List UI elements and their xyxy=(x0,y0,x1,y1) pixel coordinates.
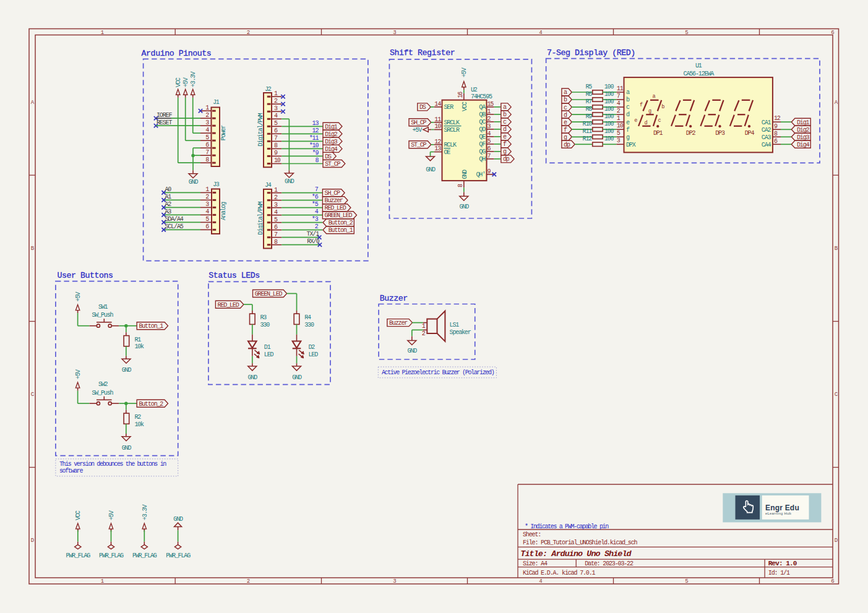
svg-text:100: 100 xyxy=(604,121,614,127)
svg-text:Buzzer: Buzzer xyxy=(389,320,408,327)
svg-text:Button_2: Button_2 xyxy=(329,220,353,226)
svg-text:*6: *6 xyxy=(312,194,319,200)
svg-text:D: D xyxy=(835,538,838,544)
svg-text:R5: R5 xyxy=(585,84,592,90)
svg-text:Shift Register: Shift Register xyxy=(390,48,455,58)
svg-text:f: f xyxy=(503,141,507,148)
svg-text:D1: D1 xyxy=(264,344,271,351)
svg-text:1: 1 xyxy=(101,30,104,36)
svg-text:3: 3 xyxy=(274,202,278,208)
svg-text:R2: R2 xyxy=(134,414,141,421)
svg-text:Status LEDs: Status LEDs xyxy=(208,271,260,280)
svg-text:GND: GND xyxy=(285,178,294,185)
svg-text:g: g xyxy=(503,148,507,155)
svg-text:Size: A4: Size: A4 xyxy=(523,560,548,567)
svg-text:Buzzer: Buzzer xyxy=(325,197,343,204)
svg-text:5: 5 xyxy=(274,216,278,223)
svg-text:Sheet:: Sheet: xyxy=(523,531,541,538)
svg-text:ST_CP: ST_CP xyxy=(325,161,340,168)
svg-text:QC: QC xyxy=(479,119,486,126)
svg-text:SW_Push: SW_Push xyxy=(92,390,113,397)
svg-text:13: 13 xyxy=(434,145,441,152)
svg-text:1: 1 xyxy=(617,115,621,122)
svg-text:PWR_FLAG: PWR_FLAG xyxy=(99,552,124,559)
svg-text:J1: J1 xyxy=(213,99,220,106)
svg-text:8: 8 xyxy=(274,142,278,149)
svg-text:Dig1: Dig1 xyxy=(325,124,338,131)
svg-text:4: 4 xyxy=(205,127,209,134)
svg-text:2: 2 xyxy=(274,98,278,105)
svg-text:7: 7 xyxy=(315,186,319,193)
svg-text:c: c xyxy=(503,119,507,126)
svg-text:b: b xyxy=(564,96,567,103)
svg-text:QH': QH' xyxy=(476,171,485,178)
svg-text:3: 3 xyxy=(274,105,278,112)
svg-text:7: 7 xyxy=(274,135,278,142)
svg-text:4: 4 xyxy=(274,113,278,119)
svg-text:eLearning Hub: eLearning Hub xyxy=(765,512,791,515)
svg-text:LED: LED xyxy=(309,351,319,358)
svg-text:15: 15 xyxy=(488,101,494,108)
svg-text:QF: QF xyxy=(479,141,486,148)
svg-text:J3: J3 xyxy=(213,181,220,188)
svg-text:7: 7 xyxy=(617,93,621,100)
svg-text:C: C xyxy=(31,392,35,398)
svg-text:R4: R4 xyxy=(304,314,311,321)
svg-text:User Buttons: User Buttons xyxy=(57,271,113,280)
svg-text:10k: 10k xyxy=(134,343,144,350)
svg-text:2: 2 xyxy=(205,194,209,200)
svg-text:Date: 2023-03-22: Date: 2023-03-22 xyxy=(585,560,634,567)
svg-text:*11: *11 xyxy=(309,135,319,142)
svg-text:Dig2: Dig2 xyxy=(797,127,810,134)
svg-text:GND: GND xyxy=(248,374,258,381)
svg-text:Button_1: Button_1 xyxy=(329,227,353,234)
svg-text:100: 100 xyxy=(604,84,614,90)
svg-text:GND: GND xyxy=(426,166,436,173)
svg-text:R1: R1 xyxy=(134,337,141,343)
svg-text:4: 4 xyxy=(205,208,209,215)
svg-text:100: 100 xyxy=(604,98,614,105)
svg-text:6: 6 xyxy=(274,224,278,231)
svg-text:5: 5 xyxy=(205,216,209,223)
svg-text:GREEN_LED: GREEN_LED xyxy=(325,212,353,219)
svg-text:SW_Push: SW_Push xyxy=(92,312,113,319)
svg-text:6: 6 xyxy=(774,138,778,145)
svg-text:1: 1 xyxy=(205,186,209,193)
svg-text:RX/0: RX/0 xyxy=(307,238,320,245)
svg-text:c: c xyxy=(564,105,567,111)
svg-text:6: 6 xyxy=(831,578,834,585)
svg-text:GND: GND xyxy=(292,374,302,381)
svg-text:Button_2: Button_2 xyxy=(139,401,163,408)
svg-text:DP4: DP4 xyxy=(745,130,755,137)
svg-text:*3: *3 xyxy=(312,216,319,223)
svg-text:DP3: DP3 xyxy=(715,130,725,137)
svg-text:3: 3 xyxy=(617,137,621,144)
svg-text:CA3: CA3 xyxy=(762,134,771,141)
svg-text:B: B xyxy=(835,246,838,252)
svg-text:Digital/PWM: Digital/PWM xyxy=(257,201,264,235)
svg-text:2: 2 xyxy=(422,330,426,337)
svg-text:KiCad E.D.A. kicad 7.0.1: KiCad E.D.A. kicad 7.0.1 xyxy=(523,570,596,577)
svg-text:SDA/A4: SDA/A4 xyxy=(165,216,184,223)
svg-text:Dig4: Dig4 xyxy=(797,142,810,148)
svg-text:11: 11 xyxy=(434,116,441,123)
svg-text:5: 5 xyxy=(488,138,491,145)
svg-text:J4: J4 xyxy=(265,182,272,189)
svg-text:D: D xyxy=(31,538,34,544)
svg-text:QA: QA xyxy=(479,104,486,111)
svg-text:330: 330 xyxy=(304,322,314,328)
svg-text:GND: GND xyxy=(460,204,470,210)
svg-text:Digital/PWM: Digital/PWM xyxy=(257,113,264,147)
svg-text:QD: QD xyxy=(479,126,486,133)
svg-text:7: 7 xyxy=(488,153,491,160)
svg-text:5: 5 xyxy=(685,578,688,585)
svg-text:IOREF: IOREF xyxy=(157,112,172,119)
svg-text:Dig1: Dig1 xyxy=(797,119,810,126)
svg-text:4: 4 xyxy=(274,209,278,216)
svg-text:software: software xyxy=(59,468,84,474)
svg-text:6: 6 xyxy=(205,223,209,230)
svg-text:2: 2 xyxy=(247,578,250,585)
svg-text:11: 11 xyxy=(617,85,624,92)
svg-text:A: A xyxy=(31,100,35,106)
svg-text:RED_LED: RED_LED xyxy=(325,205,346,212)
